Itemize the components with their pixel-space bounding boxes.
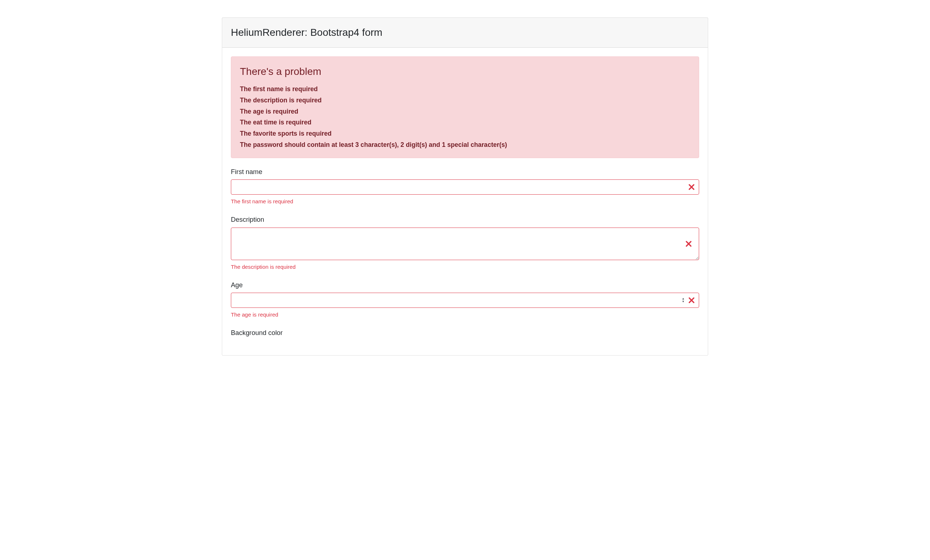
description-input[interactable] (231, 228, 699, 260)
card-header: HeliumRenderer: Bootstrap4 form (222, 18, 708, 48)
description-group: Description The description is required (231, 214, 699, 271)
first-name-input[interactable] (231, 179, 699, 195)
alert-error-item: The description is required (240, 95, 690, 106)
first-name-error: The first name is required (231, 197, 699, 206)
background-color-group: Background color (231, 328, 699, 338)
description-label: Description (231, 214, 699, 225)
first-name-group: First name The first name is required (231, 167, 699, 206)
age-group: Age ▲▼ The age is required (231, 280, 699, 319)
age-error: The age is required (231, 311, 699, 319)
alert-error-item: The first name is required (240, 83, 690, 95)
error-alert: There's a problem The first name is requ… (231, 57, 699, 158)
age-input[interactable] (231, 293, 699, 308)
form-card: HeliumRenderer: Bootstrap4 form There's … (222, 17, 708, 355)
alert-heading: There's a problem (240, 64, 690, 79)
age-label: Age (231, 280, 699, 290)
first-name-label: First name (231, 167, 699, 177)
card-body: There's a problem The first name is requ… (222, 48, 708, 355)
alert-error-item: The age is required (240, 106, 690, 117)
alert-error-item: The password should contain at least 3 c… (240, 139, 690, 151)
description-error: The description is required (231, 263, 699, 271)
card-title: HeliumRenderer: Bootstrap4 form (231, 27, 382, 38)
alert-error-item: The eat time is required (240, 117, 690, 128)
alert-error-item: The favorite sports is required (240, 128, 690, 139)
background-color-label: Background color (231, 328, 699, 338)
